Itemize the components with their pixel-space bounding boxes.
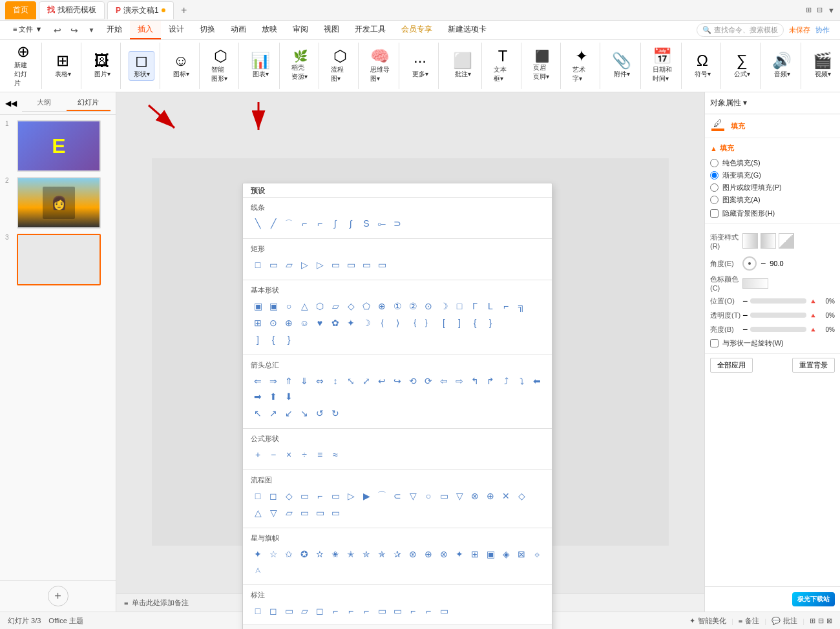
shape-arrow-7[interactable]: ⤡ xyxy=(344,374,358,388)
shape-arrow-26[interactable]: ↘ xyxy=(297,406,311,420)
shape-arrow-20[interactable]: ➡ xyxy=(251,389,265,404)
shape-callout-5[interactable]: ◻ xyxy=(313,604,327,618)
shape-basic-10[interactable]: ① xyxy=(390,299,404,313)
symbol-btn[interactable]: Ω 符号▾ xyxy=(689,52,715,80)
angle-minus[interactable]: − xyxy=(761,258,766,269)
shape-flow-6[interactable]: ▭ xyxy=(328,489,342,503)
shape-formula-6[interactable]: ≈ xyxy=(328,448,342,462)
shape-basic-34[interactable]: } xyxy=(483,316,498,330)
shape-star-7[interactable]: ✭ xyxy=(344,547,358,561)
angle-circle[interactable] xyxy=(742,256,757,271)
shape-line-1[interactable]: ╲ xyxy=(251,216,265,231)
shape-flow-4[interactable]: ▭ xyxy=(297,489,311,503)
hide-bg-checkbox[interactable] xyxy=(710,209,719,218)
grad-btn-1[interactable] xyxy=(742,233,758,249)
apply-all-btn[interactable]: 全部应用 xyxy=(710,358,753,373)
shape-line-9[interactable]: ⟜ xyxy=(375,216,389,231)
fill-radio-pattern[interactable] xyxy=(710,196,719,204)
tab-doc[interactable]: P 演示文稿1 xyxy=(107,1,174,19)
shape-arrow-4[interactable]: ⇓ xyxy=(297,374,311,388)
shape-flow-3[interactable]: ◇ xyxy=(282,489,296,503)
undo-btn[interactable]: ↩ xyxy=(50,23,65,38)
shape-basic-31[interactable]: [ xyxy=(437,316,451,330)
shape-basic-32[interactable]: ] xyxy=(452,316,467,330)
shape-arrow-11[interactable]: ⟲ xyxy=(406,374,420,388)
flow-btn[interactable]: ⬡ 流程图▾ xyxy=(327,47,353,85)
outline-tab[interactable]: 大纲 xyxy=(22,95,67,111)
shape-arrow-19[interactable]: ⬅ xyxy=(530,374,544,388)
shape-callout-3[interactable]: ▭ xyxy=(282,604,296,618)
sidebar-collapse-btn[interactable]: ◀◀ xyxy=(5,99,17,108)
shape-star-4[interactable]: ✪ xyxy=(297,547,311,561)
shape-basic-26[interactable]: ☽ xyxy=(359,316,373,330)
shape-arrow-1[interactable]: ⇐ xyxy=(251,374,265,388)
ribbon-menu[interactable]: ≡ 文件 ▼ xyxy=(5,21,50,39)
image-btn[interactable]: 🖼 图片▾ xyxy=(89,52,115,80)
fill-option-gradient[interactable]: 渐变填充(G) xyxy=(710,170,835,180)
shape-star-1[interactable]: ✦ xyxy=(251,547,265,561)
comment-btn[interactable]: ⬜ 批注▾ xyxy=(449,52,476,80)
brightness-plus[interactable]: 🔺 xyxy=(809,326,817,333)
shape-callout-4[interactable]: ▱ xyxy=(297,604,311,618)
shape-rect-5[interactable]: ▷ xyxy=(313,258,327,272)
shape-arrow-8[interactable]: ⤢ xyxy=(359,374,373,388)
tab-view[interactable]: 视图 xyxy=(316,21,347,39)
shape-flow-1[interactable]: □ xyxy=(251,489,265,503)
comments-btn[interactable]: 💬 批注 xyxy=(772,616,797,626)
tab-new[interactable]: 新建选项卡 xyxy=(440,21,494,39)
video-btn[interactable]: 🎬 视频▾ xyxy=(809,52,836,80)
shape-flow-23[interactable]: ▭ xyxy=(313,506,327,520)
shape-star-15[interactable]: ⊞ xyxy=(468,547,482,561)
attach-btn[interactable]: 📎 附件▾ xyxy=(608,52,635,80)
shape-arrow-21[interactable]: ⬆ xyxy=(266,389,280,404)
shape-rect-6[interactable]: ▭ xyxy=(328,258,342,272)
shape-flow-14[interactable]: ▽ xyxy=(452,489,467,503)
notes-status-btn[interactable]: ≡ 备注 xyxy=(739,616,759,626)
rotate-checkbox[interactable] xyxy=(710,339,719,347)
shape-star-12[interactable]: ⊕ xyxy=(421,547,436,561)
fill-radio-texture[interactable] xyxy=(710,183,719,192)
shape-basic-5[interactable]: ⬡ xyxy=(313,299,327,313)
shape-basic-4[interactable]: △ xyxy=(297,299,311,313)
shape-star-5[interactable]: ✫ xyxy=(313,547,327,561)
shape-arrow-24[interactable]: ↗ xyxy=(266,406,280,420)
shape-basic-11[interactable]: ② xyxy=(406,299,420,313)
color-swatch[interactable] xyxy=(742,278,768,289)
shape-flow-2[interactable]: ◻ xyxy=(266,489,280,503)
shape-flow-10[interactable]: ⊂ xyxy=(390,489,404,503)
shape-formula-3[interactable]: × xyxy=(282,448,296,462)
add-tab-btn[interactable]: + xyxy=(176,3,192,18)
shape-basic-28[interactable]: ⟩ xyxy=(390,316,404,330)
shape-arrow-23[interactable]: ↖ xyxy=(251,406,265,420)
shape-line-5[interactable]: ⌐ xyxy=(313,216,327,231)
tab-insert[interactable]: 插入 xyxy=(130,21,161,39)
shape-basic-18[interactable]: ╗ xyxy=(514,299,529,313)
new-slide-btn[interactable]: ⊕ 新建幻灯片 xyxy=(10,43,36,89)
shape-flow-21[interactable]: ▱ xyxy=(282,506,296,520)
window-ctrl-more[interactable]: ▼ xyxy=(828,6,835,14)
shape-flow-24[interactable]: ▭ xyxy=(328,506,342,520)
date-btn[interactable]: 📅 日期和时间▾ xyxy=(649,47,676,85)
shape-callout-13[interactable]: ▭ xyxy=(437,604,451,618)
view-btn-1[interactable]: ⊞ xyxy=(810,617,815,625)
shape-callout-1[interactable]: □ xyxy=(251,604,265,618)
brightness-minus[interactable]: − xyxy=(742,324,748,335)
position-minus[interactable]: − xyxy=(742,296,748,306)
window-ctrl-grid[interactable]: ⊟ xyxy=(817,6,823,14)
shape-line-2[interactable]: ╱ xyxy=(266,216,280,231)
fill-radio-solid[interactable] xyxy=(710,159,719,167)
slide-item-3[interactable]: 3 xyxy=(5,234,110,285)
smart-btn[interactable]: ⬡ 智能图形▾ xyxy=(207,47,233,85)
add-slide-btn[interactable]: + xyxy=(48,586,68,606)
shape-flow-11[interactable]: ▽ xyxy=(406,489,420,503)
shape-callout-7[interactable]: ⌐ xyxy=(344,604,358,618)
shape-btn[interactable]: ◻ 形状▾ xyxy=(129,51,154,81)
shape-basic-23[interactable]: ♥ xyxy=(313,316,327,330)
shape-rect-3[interactable]: ▱ xyxy=(282,258,296,272)
shape-arrow-18[interactable]: ⤵ xyxy=(514,374,529,388)
shape-basic-36[interactable]: { xyxy=(266,333,280,347)
shape-star-6[interactable]: ✬ xyxy=(328,547,342,561)
tab-design[interactable]: 设计 xyxy=(161,21,192,39)
shape-basic-12[interactable]: ⊙ xyxy=(421,299,436,313)
shape-rect-1[interactable]: □ xyxy=(251,258,265,272)
